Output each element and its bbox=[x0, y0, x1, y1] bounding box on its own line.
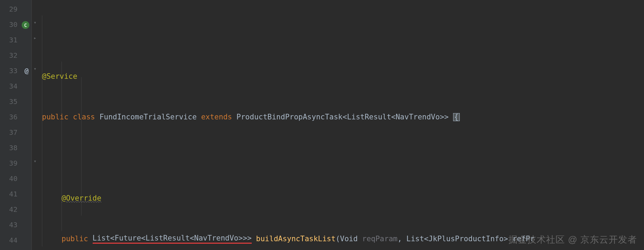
line-number: 44 bbox=[9, 236, 17, 244]
param-name: reqParam bbox=[362, 235, 398, 243]
gutter-line[interactable]: 37 bbox=[0, 125, 31, 140]
param-type: List<JkPlusProductInfo> bbox=[406, 235, 512, 243]
gutter-line[interactable]: 36 bbox=[0, 109, 31, 125]
gutter-line[interactable]: 33 @ bbox=[0, 63, 31, 78]
gutter-line[interactable]: 34 bbox=[0, 78, 31, 94]
line-number: 35 bbox=[9, 97, 17, 106]
param-type: Void bbox=[340, 235, 362, 243]
line-number: 36 bbox=[9, 113, 17, 121]
fold-handle-icon[interactable]: ▾ bbox=[34, 158, 36, 164]
gutter-line[interactable]: 39 bbox=[0, 155, 31, 171]
gutter-line[interactable]: 42 bbox=[0, 202, 31, 217]
gutter-line[interactable]: 38 bbox=[0, 140, 31, 155]
method-name: buildAsyncTaskList bbox=[256, 235, 336, 243]
return-type: List bbox=[93, 234, 110, 244]
keyword: class bbox=[73, 113, 100, 121]
override-gutter-icon[interactable]: @ bbox=[24, 67, 29, 75]
code-line[interactable]: @Override bbox=[41, 190, 644, 206]
gutter-line[interactable]: 43 bbox=[0, 217, 31, 232]
line-number: 29 bbox=[9, 5, 17, 13]
return-type-generics: <Future<ListResult<NavTrendVo>>> bbox=[110, 234, 252, 244]
line-number: 42 bbox=[9, 205, 17, 214]
line-number: 31 bbox=[9, 36, 17, 44]
gutter-line[interactable]: 44 bbox=[0, 232, 31, 248]
code-line[interactable]: @Service bbox=[41, 69, 644, 84]
line-number: 37 bbox=[9, 128, 17, 137]
annotation: @Service bbox=[42, 72, 77, 81]
gutter-line[interactable]: 41 bbox=[0, 186, 31, 202]
line-number: 39 bbox=[9, 159, 17, 167]
gutter: 29 30 C 31 32 33 @ 34 35 36 37 38 39 40 … bbox=[0, 0, 31, 250]
line-number: 43 bbox=[9, 221, 17, 229]
type: ProductBindPropAsyncTask<ListResult<NavT… bbox=[236, 113, 453, 121]
gutter-line[interactable]: 30 C bbox=[0, 17, 31, 32]
code-line[interactable]: public class FundIncomeTrialService exte… bbox=[41, 109, 644, 125]
line-number: 41 bbox=[9, 190, 17, 198]
gutter-line[interactable]: 35 bbox=[0, 94, 31, 109]
class-icon[interactable]: C bbox=[22, 20, 29, 29]
gutter-line[interactable]: 40 bbox=[0, 171, 31, 186]
line-number: 40 bbox=[9, 174, 17, 183]
line-number: 34 bbox=[9, 82, 17, 90]
gutter-line[interactable]: 29 bbox=[0, 1, 31, 17]
fold-strip: ▾ ▸ ▾ ▾ bbox=[31, 0, 41, 250]
keyword: public bbox=[42, 113, 73, 121]
code-line[interactable] bbox=[41, 150, 644, 165]
class-name: FundIncomeTrialService bbox=[99, 113, 201, 121]
fold-handle-icon[interactable]: ▸ bbox=[34, 35, 36, 41]
brace-highlight: { bbox=[453, 113, 460, 121]
fold-handle-icon[interactable]: ▾ bbox=[34, 66, 36, 71]
fold-handle-icon[interactable]: ▾ bbox=[34, 20, 36, 25]
line-number: 38 bbox=[9, 144, 17, 152]
line-number: 33 bbox=[9, 67, 17, 75]
code-area[interactable]: @Service public class FundIncomeTrialSer… bbox=[41, 0, 644, 250]
watermark: 掘金技术社区 @ 京东云开发者 bbox=[508, 234, 637, 246]
keyword: public bbox=[62, 235, 93, 243]
code-editor: 29 30 C 31 32 33 @ 34 35 36 37 38 39 40 … bbox=[0, 0, 644, 250]
line-number: 32 bbox=[9, 51, 17, 60]
line-number: 30 bbox=[9, 20, 17, 29]
keyword: extends bbox=[201, 113, 236, 121]
gutter-line[interactable]: 31 bbox=[0, 32, 31, 48]
gutter-line[interactable]: 32 bbox=[0, 48, 31, 63]
indent-guide bbox=[42, 15, 42, 246]
annotation: @Override bbox=[62, 194, 101, 202]
